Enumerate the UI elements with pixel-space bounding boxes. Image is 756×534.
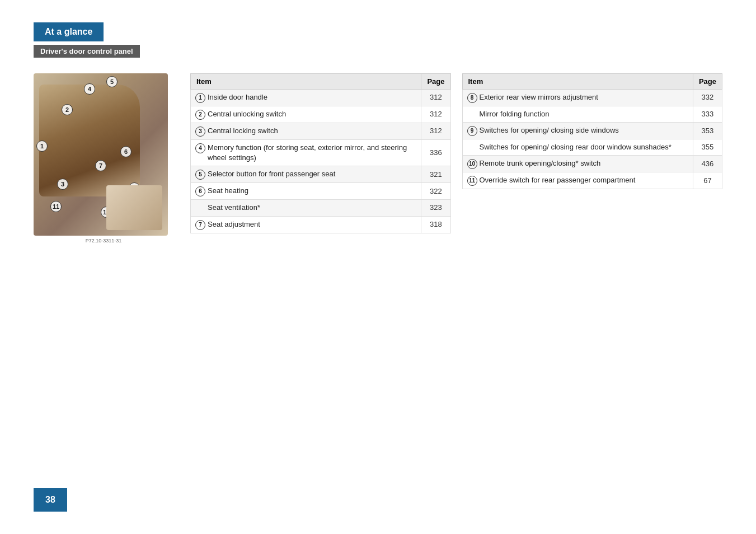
item-label: Mirror folding function: [480, 110, 550, 118]
left-table-wrapper: Item Page 1Inside door handle3122Central…: [190, 73, 451, 233]
item-number: 11: [467, 176, 477, 186]
image-label-8: 8: [129, 182, 140, 194]
item-label: Switches for opening/ closing rear door …: [480, 143, 672, 151]
left-table-item-1: 2Central unlocking switch: [191, 106, 421, 123]
image-label-9: 9: [120, 195, 132, 207]
right-table-item-3: Switches for opening/ closing rear door …: [462, 139, 693, 156]
item-number: 4: [195, 143, 205, 153]
right-col-page: Page: [693, 74, 722, 90]
left-table-item-2: 3Central locking switch: [191, 123, 421, 140]
item-label: Seat heating: [208, 186, 416, 196]
item-label: Inside door handle: [208, 92, 416, 102]
left-table-page-1: 312: [421, 106, 450, 123]
right-table-page-0: 332: [693, 90, 722, 106]
item-label: Exterior rear view mirrors adjustment: [480, 92, 688, 102]
item-number: 7: [195, 220, 205, 230]
right-table-page-1: 333: [693, 106, 722, 123]
left-table-page-3: 336: [421, 140, 450, 166]
image-label-3: 3: [57, 179, 68, 190]
image-label-10: 10: [101, 207, 112, 218]
left-table-page-4: 321: [421, 166, 450, 183]
left-table: Item Page 1Inside door handle3122Central…: [190, 73, 451, 233]
right-table-wrapper: Item Page 8Exterior rear view mirrors ad…: [462, 73, 723, 233]
left-table-page-2: 312: [421, 123, 450, 140]
left-table-item-3: 4Memory function (for storing seat, exte…: [191, 140, 421, 166]
left-table-page-0: 312: [421, 90, 450, 106]
image-label-5: 5: [106, 76, 118, 87]
item-label: Remote trunk opening/closing* switch: [480, 158, 688, 168]
header-section: At a glance Driver's door control panel: [34, 22, 722, 68]
title-bar: At a glance: [34, 22, 104, 41]
image-section: 1 2 3 4 5 6 7 8 9 10 11 P72.10-3311-31: [34, 73, 173, 243]
image-label-4: 4: [84, 83, 95, 95]
page-container: At a glance Driver's door control panel …: [0, 0, 756, 534]
image-caption: P72.10-3311-31: [34, 238, 173, 243]
item-number: 6: [195, 186, 205, 196]
right-table-page-3: 355: [693, 139, 722, 156]
left-col-page: Page: [421, 74, 450, 90]
left-col-item: Item: [191, 74, 421, 90]
right-table-item-5: 11Override switch for rear passenger com…: [462, 172, 693, 189]
item-label: Central locking switch: [208, 126, 416, 136]
right-table-page-4: 436: [693, 156, 722, 172]
item-label: Seat adjustment: [208, 219, 416, 229]
item-label: Switches for opening/ closing side windo…: [480, 125, 688, 135]
item-number: 3: [195, 127, 205, 137]
item-label: Override switch for rear passenger compa…: [480, 175, 688, 185]
left-table-page-6: 323: [421, 200, 450, 216]
left-table-item-6: Seat ventilation*: [191, 200, 421, 216]
left-table-item-0: 1Inside door handle: [191, 90, 421, 106]
right-table-item-0: 8Exterior rear view mirrors adjustment: [462, 90, 693, 106]
right-table-page-5: 67: [693, 172, 722, 189]
left-table-item-5: 6Seat heating: [191, 183, 421, 200]
left-table-page-5: 322: [421, 183, 450, 200]
page-title: At a glance: [45, 27, 92, 37]
image-label-2: 2: [62, 104, 73, 115]
item-number: 8: [467, 93, 477, 103]
image-label-1: 1: [36, 140, 48, 152]
right-col-item: Item: [462, 74, 693, 90]
left-table-page-7: 318: [421, 216, 450, 233]
right-table: Item Page 8Exterior rear view mirrors ad…: [462, 73, 723, 189]
right-table-item-4: 10Remote trunk opening/closing* switch: [462, 156, 693, 172]
right-table-page-2: 353: [693, 123, 722, 139]
main-content: 1 2 3 4 5 6 7 8 9 10 11 P72.10-3311-31: [34, 73, 722, 243]
left-table-item-7: 7Seat adjustment: [191, 216, 421, 233]
page-number: 38: [45, 495, 55, 504]
item-number: 2: [195, 110, 205, 120]
item-label: Seat ventilation*: [208, 203, 260, 212]
subtitle-bar: Driver's door control panel: [34, 45, 140, 58]
item-number: 1: [195, 93, 205, 103]
item-number: 9: [467, 126, 477, 136]
item-label: Central unlocking switch: [208, 109, 416, 119]
image-label-11: 11: [50, 201, 62, 212]
item-label: Selector button for front passenger seat: [208, 169, 416, 179]
item-number: 10: [467, 159, 477, 169]
item-number: 5: [195, 170, 205, 180]
image-label-6: 6: [120, 146, 132, 157]
image-label-7: 7: [95, 160, 106, 171]
left-table-item-4: 5Selector button for front passenger sea…: [191, 166, 421, 183]
item-label: Memory function (for storing seat, exter…: [208, 143, 416, 163]
right-table-item-1: Mirror folding function: [462, 106, 693, 123]
right-table-item-2: 9Switches for opening/ closing side wind…: [462, 123, 693, 139]
tables-section: Item Page 1Inside door handle3122Central…: [190, 73, 722, 233]
page-subtitle: Driver's door control panel: [40, 47, 133, 55]
page-badge: 38: [34, 488, 67, 512]
car-image: 1 2 3 4 5 6 7 8 9 10 11: [34, 73, 168, 236]
